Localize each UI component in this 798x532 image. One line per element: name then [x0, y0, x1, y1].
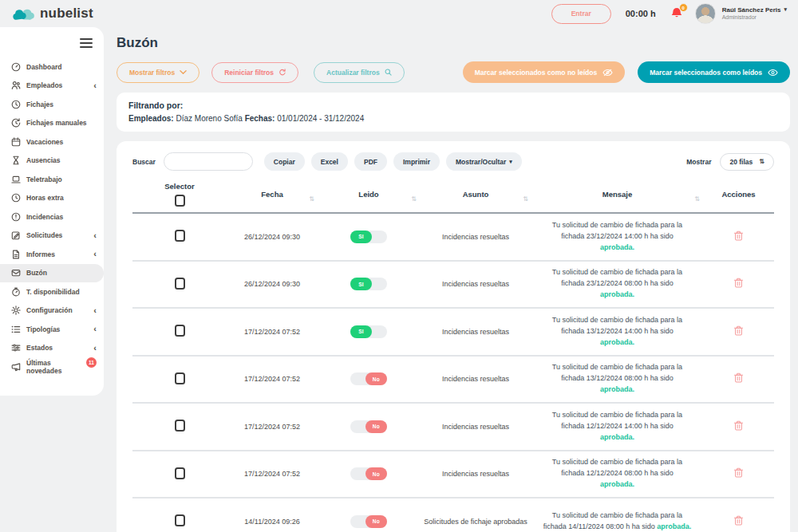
sidebar-menu: Dashboard Empleados ‹ Fichajes Fichajes … — [0, 57, 104, 376]
sidebar-item-estados[interactable]: Estados ‹ — [0, 339, 104, 358]
sidebar-item-informes[interactable]: Informes ‹ — [0, 245, 104, 264]
delete-trash-icon[interactable] — [733, 372, 744, 384]
row-checkbox[interactable] — [175, 514, 185, 526]
filter-info-title: Filtrando por: — [128, 100, 778, 110]
sidebar-item-empleados[interactable]: Empleados ‹ — [0, 77, 104, 96]
rows-per-page-select[interactable]: 20 filas ⇅ — [720, 153, 774, 171]
sidebar-item-fichajes-manuales[interactable]: Fichajes manuales — [0, 114, 104, 133]
user-menu[interactable]: Raúl Sánchez Peris ▾ Administrador — [722, 6, 787, 22]
notifications-bell-icon[interactable]: 0 — [670, 6, 684, 21]
leido-toggle[interactable]: SI — [350, 325, 387, 338]
cell-fecha: 14/11/2024 09:26 — [227, 518, 318, 526]
sidebar-item-configuracion[interactable]: Configuración ‹ — [0, 301, 104, 321]
sidebar-item-ultimas-novedades[interactable]: Últimas novedades 11 — [0, 357, 104, 376]
print-button[interactable]: Imprimir — [393, 152, 440, 171]
sidebar-item-vacaciones[interactable]: Vacaciones — [0, 132, 104, 152]
dashboard-icon — [11, 62, 21, 72]
alert-circle-icon — [11, 212, 21, 222]
show-hide-columns-button[interactable]: Mostrar/Ocultar ▾ — [446, 152, 522, 171]
sidebar-item-t-disponibilidad[interactable]: T. disponibilidad — [0, 282, 104, 301]
row-checkbox[interactable] — [175, 278, 185, 290]
row-checkbox[interactable] — [175, 325, 185, 337]
inbox-icon — [11, 268, 21, 278]
actualizar-filtros-button[interactable]: Actualizar filtros — [314, 62, 405, 83]
leido-toggle[interactable]: No — [350, 467, 387, 480]
cell-mensaje: Tu solicitud de cambio de fichada para l… — [543, 510, 692, 532]
select-all-checkbox[interactable] — [175, 195, 185, 207]
table-row: 26/12/2024 09:30 SI Incidencias resuelta… — [132, 262, 774, 309]
table-row: 14/11/2024 09:26 No Solicitudes de ficha… — [132, 499, 774, 532]
eye-icon — [768, 69, 778, 77]
sidebar-item-dashboard[interactable]: Dashboard — [0, 57, 104, 77]
table-card: Buscar Copiar Excel PDF Imprimir Mostrar… — [117, 141, 790, 532]
column-acciones: Acciones — [703, 190, 774, 199]
table-row: 26/12/2024 09:30 SI Incidencias resuelta… — [132, 214, 774, 262]
table-row: 17/12/2024 07:52 No Incidencias resuelta… — [132, 404, 774, 451]
leido-toggle[interactable]: No — [350, 372, 387, 385]
entrar-button[interactable]: Entrar — [551, 4, 611, 24]
row-checkbox[interactable] — [175, 230, 185, 242]
column-mensaje[interactable]: Mensaje ⇅ — [531, 190, 703, 199]
mostrar-filtros-button[interactable]: Mostrar filtros — [117, 62, 200, 83]
leido-toggle[interactable]: No — [350, 420, 387, 433]
delete-trash-icon[interactable] — [733, 278, 744, 289]
sidebar-item-incidencias[interactable]: Incidencias — [0, 207, 104, 227]
sidebar-item-horas-extra[interactable]: Horas extra — [0, 189, 104, 208]
status-approved: aprobada. — [600, 385, 634, 393]
column-leido[interactable]: Leido ⇅ — [318, 190, 420, 199]
delete-trash-icon[interactable] — [733, 467, 744, 479]
cell-fecha: 17/12/2024 07:52 — [227, 423, 318, 431]
sidebar-item-solicitudes[interactable]: Solicitudes ‹ — [0, 227, 104, 246]
refresh-icon — [279, 69, 286, 76]
search-icon — [385, 69, 392, 76]
cell-mensaje: Tu solicitud de cambio de fichada para l… — [543, 362, 692, 396]
pdf-button[interactable]: PDF — [354, 152, 387, 171]
user-avatar[interactable] — [695, 3, 716, 24]
leido-toggle[interactable]: SI — [350, 278, 387, 290]
chevron-icon: ‹ — [93, 344, 97, 353]
employees-label: Empleados: — [128, 114, 174, 123]
delete-trash-icon[interactable] — [733, 325, 744, 337]
filter-button-row: Mostrar filtros Reiniciar filtros Actual… — [117, 61, 790, 83]
leido-toggle[interactable]: SI — [350, 231, 387, 243]
cell-asunto: Incidencias resueltas — [420, 423, 531, 431]
hamburger-menu-icon[interactable] — [80, 38, 93, 48]
sidebar-item-ausencias[interactable]: Ausencias — [0, 152, 104, 171]
delete-trash-icon[interactable] — [733, 515, 744, 526]
row-checkbox[interactable] — [175, 420, 185, 432]
sort-icon[interactable]: ⇅ — [523, 195, 528, 203]
laptop-icon — [11, 175, 21, 184]
stopwatch-icon — [11, 287, 21, 297]
reiniciar-filtros-button[interactable]: Reiniciar filtros — [211, 62, 298, 83]
delete-trash-icon[interactable] — [733, 231, 744, 242]
cell-fecha: 17/12/2024 07:52 — [227, 375, 318, 383]
calendar-icon — [11, 137, 21, 147]
search-label: Buscar — [132, 158, 156, 166]
select-arrows-icon: ⇅ — [759, 158, 764, 165]
main-content: Buzón Mostrar filtros Reiniciar filtros … — [104, 27, 798, 532]
search-input[interactable] — [164, 152, 253, 171]
brand-name: nubelist — [40, 6, 93, 22]
delete-trash-icon[interactable] — [733, 420, 744, 432]
sort-icon[interactable]: ⇅ — [309, 195, 314, 203]
row-checkbox[interactable] — [175, 372, 185, 384]
copy-button[interactable]: Copiar — [264, 152, 305, 171]
leido-toggle[interactable]: No — [350, 515, 387, 528]
sort-icon[interactable]: ⇅ — [411, 195, 417, 203]
sort-icon[interactable]: ⇅ — [694, 195, 700, 203]
cell-asunto: Incidencias resueltas — [420, 233, 531, 241]
excel-button[interactable]: Excel — [311, 152, 348, 171]
mark-unread-button[interactable]: Marcar seleccionados como no leídos — [463, 61, 626, 83]
column-fecha[interactable]: Fecha ⇅ — [227, 190, 318, 199]
caret-down-icon: ▾ — [509, 159, 512, 165]
table-header: Selector Fecha ⇅ Leido ⇅ Asunto ⇅ Mensaj… — [132, 182, 774, 214]
cell-mensaje: Tu solicitud de cambio de fichada para l… — [543, 410, 692, 443]
sidebar-item-fichajes[interactable]: Fichajes — [0, 95, 104, 114]
column-asunto[interactable]: Asunto ⇅ — [420, 190, 531, 199]
sidebar-item-teletrabajo[interactable]: Teletrabajo — [0, 170, 104, 189]
mark-read-button[interactable]: Marcar seleccionados como leídos — [638, 61, 790, 83]
row-checkbox[interactable] — [175, 467, 185, 479]
status-approved: aprobada. — [600, 433, 634, 441]
sidebar-item-tipologias[interactable]: Tipologías ‹ — [0, 320, 104, 339]
sidebar-item-buzon[interactable]: Buzón — [0, 264, 104, 283]
